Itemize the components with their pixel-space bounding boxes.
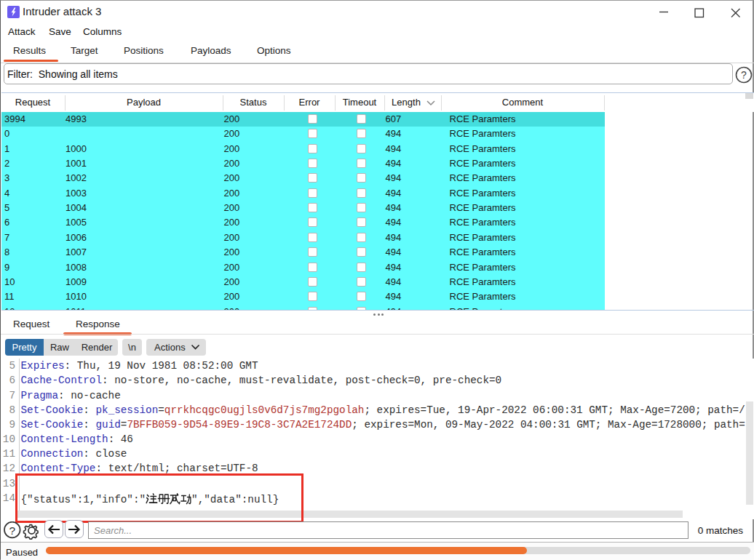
svg-text:?: ? <box>9 524 15 537</box>
svg-text:?: ? <box>741 69 747 81</box>
